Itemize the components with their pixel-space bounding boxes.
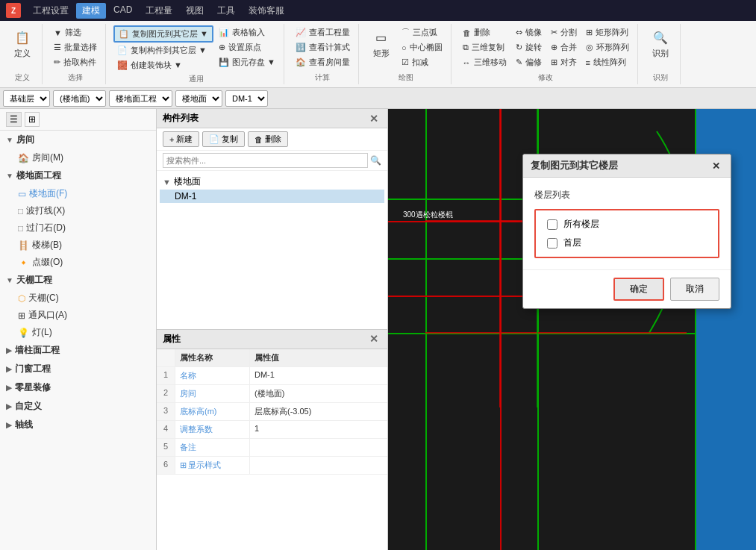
3d-move-button[interactable]: ↔ 三维移动 (459, 55, 510, 69)
table-input-button[interactable]: 📊 表格输入 (215, 25, 279, 40)
sidebar-item-light[interactable]: 💡 灯(L) (0, 324, 156, 341)
menu-engineering-settings[interactable]: 工程设置 (27, 3, 75, 19)
component-list-title: 构件列表 (163, 112, 199, 125)
edit-button[interactable]: ✎ 偏修 (512, 55, 546, 69)
ribbon-draw-buttons: ▭ 矩形 ⌒ 三点弧 ○ 中心椭圆 ☑ 扣减 (366, 25, 446, 71)
sidebar-item-dot-decoration[interactable]: 🔸 点缀(O) (0, 254, 156, 271)
prop-value-2[interactable]: (楼地面) (250, 385, 387, 402)
delete-button[interactable]: 🗑 删除 (459, 25, 510, 40)
ribbon-group-general: 📋 复制图元到其它层 ▼ 📄 复制构件到其它层 ▼ 🧱 创建装饰块 ▼ 📊 表格… (109, 24, 284, 84)
component-list-close[interactable]: ✕ (366, 113, 381, 125)
delete-component-button[interactable]: 🗑 删除 (248, 131, 288, 147)
tree-child-dm1[interactable]: DM-1 (160, 190, 384, 203)
floor-surface-label: 楼地面(F) (29, 187, 67, 200)
set-origin-button[interactable]: ⊕ 设置原点 (215, 40, 279, 54)
checkbox-first-floor[interactable] (547, 238, 557, 249)
view-engineering-qty-button[interactable]: 📈 查看工程量 (292, 25, 354, 40)
tree-root-node[interactable]: ▼ 楼地面 (160, 174, 384, 190)
menu-decoration[interactable]: 装饰客服 (243, 3, 290, 19)
modal-close-button[interactable]: ✕ (709, 160, 723, 172)
menu-view[interactable]: 视图 (180, 3, 210, 19)
formula-icon: 🔢 (296, 43, 306, 52)
sidebar-item-door-stone[interactable]: □ 过门石(D) (0, 219, 156, 237)
sidebar-section-ceiling[interactable]: ▼ 天棚工程 (0, 271, 156, 290)
vent-icon: ⊞ (18, 310, 25, 321)
new-component-button[interactable]: + 新建 (163, 131, 199, 147)
three-point-arc-button[interactable]: ⌒ 三点弧 (398, 25, 446, 40)
view-room-qty-button[interactable]: 🏠 查看房间量 (292, 55, 354, 69)
modal-cancel-button[interactable]: 取消 (670, 278, 719, 301)
sidebar-item-stairs[interactable]: 🪜 楼梯(B) (0, 237, 156, 254)
dot-label: 点缀(O) (32, 256, 63, 269)
copy-component-button[interactable]: 📄 复制 (202, 131, 245, 147)
create-decoration-button[interactable]: 🧱 创建装饰块 ▼ (113, 58, 213, 72)
menu-modeling[interactable]: 建模 (76, 3, 106, 19)
room-qty-icon: 🏠 (296, 57, 306, 67)
sidebar-item-wave-line[interactable]: □ 波打线(X) (0, 202, 156, 219)
filter-button[interactable]: ▼ 筛选 (50, 25, 101, 40)
divide-button[interactable]: ✂ 分割 (547, 25, 581, 40)
properties-close[interactable]: ✕ (366, 333, 381, 346)
align-button[interactable]: ⊞ 对齐 (547, 55, 581, 69)
rect-array-button[interactable]: ⊞ 矩形阵列 (582, 25, 633, 40)
copy-element-to-floor-button[interactable]: 📋 复制图元到其它层 ▼ (113, 25, 213, 43)
linear-array-button[interactable]: ≡ 线性阵列 (582, 55, 633, 69)
room-select[interactable]: (楼地面) (53, 90, 106, 107)
floor-type-select[interactable]: 楼地面 (175, 90, 222, 107)
deduct-button[interactable]: ☑ 扣减 (398, 55, 446, 69)
center-ellipse-button[interactable]: ○ 中心椭圆 (398, 40, 446, 54)
sidebar-section-axis[interactable]: ▶ 轴线 (0, 416, 156, 434)
prop-value-5[interactable] (250, 439, 387, 456)
save-icon: 💾 (219, 57, 229, 67)
batch-select-button[interactable]: ☰ 批量选择 (50, 40, 101, 54)
rectangle-button[interactable]: ▭ 矩形 (366, 25, 396, 62)
sidebar-item-room[interactable]: 🏠 房间(M) (0, 149, 156, 166)
copy-component-to-floor-button[interactable]: 📄 复制构件到其它层 ▼ (113, 43, 213, 57)
batch-label: 批量选择 (64, 42, 97, 53)
prop-row-4: 4 调整系数 1 (157, 421, 387, 439)
prop-name-6: ⊞ 显示样式 (175, 457, 250, 474)
sidebar-grid-view[interactable]: ⊞ (25, 112, 40, 127)
copy-comp-label: 复制构件到其它层 ▼ (131, 45, 207, 56)
3d-copy-button[interactable]: ⧉ 三维复制 (459, 40, 510, 54)
floor-select[interactable]: 基础层 (3, 90, 50, 107)
engineering-select[interactable]: 楼地面工程 (109, 90, 172, 107)
pick-component-button[interactable]: ✏ 拾取构件 (50, 55, 101, 69)
prop-value-3[interactable]: 层底标高(-3.05) (250, 403, 387, 420)
sidebar-item-floor-surface[interactable]: ▭ 楼地面(F) (0, 185, 156, 202)
prop-value-1[interactable]: DM-1 (250, 367, 387, 384)
identify-button[interactable]: 🔍 识别 (646, 25, 675, 62)
save-element-button[interactable]: 💾 图元存盘 ▼ (215, 55, 279, 69)
rectangle-label: 矩形 (373, 48, 390, 59)
menu-engineering-quantity[interactable]: 工程量 (140, 3, 178, 19)
merge-button[interactable]: ⊕ 合并 (547, 40, 581, 54)
app-logo: Z (6, 3, 21, 18)
sidebar-section-misc[interactable]: ▶ 零星装修 (0, 378, 156, 397)
menu-cad[interactable]: CAD (107, 3, 138, 19)
menu-tools[interactable]: 工具 (211, 3, 241, 19)
checkbox-all-floors[interactable] (547, 219, 557, 230)
dm-select[interactable]: DM-1 (225, 90, 268, 107)
ribbon-group-modify: 🗑 删除 ⧉ 三维复制 ↔ 三维移动 ⇔ 镜像 ↻ (454, 24, 638, 84)
circle-array-button[interactable]: ◎ 环形阵列 (582, 40, 633, 54)
search-input[interactable] (163, 153, 368, 168)
sidebar-section-door-window[interactable]: ▶ 门窗工程 (0, 360, 156, 378)
mirror-button[interactable]: ⇔ 镜像 (512, 25, 546, 40)
sidebar-list-view[interactable]: ☰ (6, 112, 22, 127)
view-formula-button[interactable]: 🔢 查看计算式 (292, 40, 354, 54)
sidebar-section-custom[interactable]: ▶ 自定义 (0, 397, 156, 416)
display-style-expandable[interactable]: ⊞ 显示样式 (180, 460, 245, 471)
define-button[interactable]: 📋 定义 (7, 25, 37, 62)
sidebar-item-vent[interactable]: ⊞ 通风口(A) (0, 307, 156, 324)
prop-value-4[interactable]: 1 (250, 421, 387, 438)
sidebar-section-custom-label: 自定义 (15, 400, 42, 413)
sidebar-item-ceiling[interactable]: ⬡ 天棚(C) (0, 290, 156, 307)
ellipse-icon: ○ (402, 43, 407, 52)
rotate-button[interactable]: ↻ 旋转 (512, 40, 546, 54)
sidebar-section-room[interactable]: ▼ 房间 (0, 131, 156, 149)
toolbar-row: 基础层 (楼地面) 楼地面工程 楼地面 DM-1 (0, 88, 756, 109)
modal-confirm-button[interactable]: 确定 (613, 278, 664, 301)
canvas-area[interactable]: 300遇松粒楼棍 柱木条格 复制图元到其它楼层 ✕ 楼层列表 所有楼层 (388, 109, 756, 550)
sidebar-section-wall[interactable]: ▶ 墙柱面工程 (0, 341, 156, 360)
sidebar-section-floor[interactable]: ▼ 楼地面工程 (0, 166, 156, 185)
